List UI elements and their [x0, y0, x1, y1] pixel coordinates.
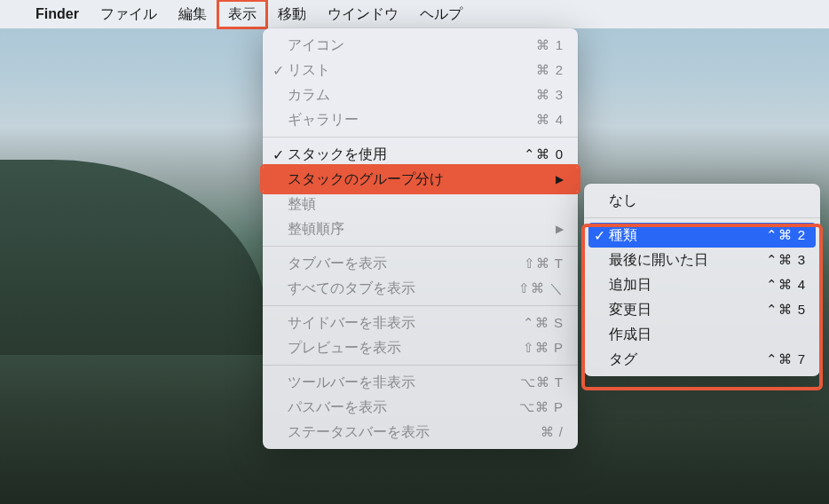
submenu-item-shortcut: ⌃⌘ 7	[766, 351, 806, 367]
submenu-item-label: なし	[607, 192, 806, 210]
menu-item[interactable]: パスバーを表示⌥⌘ P	[263, 395, 578, 420]
menu-item-shortcut: ⌘ 3	[536, 87, 564, 103]
menu-item-shortcut: ⌃⌘ S	[523, 315, 564, 331]
submenu-item[interactable]: タグ⌃⌘ 7	[584, 347, 820, 372]
menu-divider	[263, 137, 578, 138]
submenu-item-label: 作成日	[607, 326, 806, 344]
menu-item-label: アイコン	[286, 36, 536, 55]
menubar-item-edit[interactable]: 編集	[168, 0, 217, 28]
checkmark-icon: ✓	[270, 146, 286, 163]
submenu-item-shortcut: ⌃⌘ 2	[766, 227, 806, 243]
submenu-item-label: 最後に開いた日	[607, 251, 766, 270]
menu-item[interactable]: スタックのグループ分け▶	[263, 167, 578, 192]
menu-item[interactable]: タブバーを表示⇧⌘ T	[263, 251, 578, 276]
submenu-item-shortcut: ⌃⌘ 3	[766, 252, 806, 268]
stack-grouping-submenu: なし✓種類⌃⌘ 2最後に開いた日⌃⌘ 3追加日⌃⌘ 4変更日⌃⌘ 5作成日タグ⌃…	[584, 184, 820, 376]
menu-item-label: スタックのグループ分け	[286, 170, 549, 189]
menubar-item-go[interactable]: 移動	[267, 0, 317, 28]
menu-item[interactable]: すべてのタブを表示⇧⌘ ＼	[263, 276, 578, 301]
menu-divider	[263, 305, 578, 306]
menu-item[interactable]: ✓スタックを使用⌃⌘ 0	[263, 142, 578, 167]
submenu-item[interactable]: ✓種類⌃⌘ 2	[588, 223, 816, 248]
checkmark-icon: ✓	[270, 62, 286, 79]
submenu-item[interactable]: 最後に開いた日⌃⌘ 3	[584, 248, 820, 272]
menu-item-label: 整頓	[286, 195, 564, 214]
submenu-item-label: 変更日	[607, 301, 766, 319]
menu-item[interactable]: サイドバーを非表示⌃⌘ S	[263, 311, 578, 335]
menu-item[interactable]: ✓リスト⌘ 2	[263, 58, 578, 83]
menubar: Finder ファイル 編集 表示 移動 ウインドウ ヘルプ	[0, 0, 829, 28]
menu-item[interactable]: カラム⌘ 3	[263, 83, 578, 107]
submenu-item[interactable]: なし	[584, 188, 820, 213]
menu-item-label: スタックを使用	[286, 146, 524, 164]
submenu-item-label: 追加日	[607, 276, 766, 295]
submenu-item[interactable]: 作成日	[584, 322, 820, 347]
menu-item-label: サイドバーを非表示	[286, 314, 523, 333]
menu-item[interactable]: 整頓順序▶	[263, 217, 578, 241]
menu-item-label: カラム	[286, 86, 536, 105]
menu-item-shortcut: ⌘ 2	[536, 62, 564, 78]
menu-item-shortcut: ⇧⌘ T	[524, 256, 564, 272]
submenu-item[interactable]: 追加日⌃⌘ 4	[584, 272, 820, 297]
menu-item[interactable]: ギャラリー⌘ 4	[263, 107, 578, 132]
menu-item[interactable]: 整頓	[263, 192, 578, 217]
submenu-item-shortcut: ⌃⌘ 4	[766, 277, 806, 293]
menu-item[interactable]: プレビューを表示⇧⌘ P	[263, 335, 578, 360]
menu-divider	[263, 365, 578, 366]
menu-item-label: パスバーを表示	[286, 398, 519, 417]
menu-item-shortcut: ⌥⌘ P	[519, 399, 564, 415]
menu-item-label: ツールバーを非表示	[286, 374, 520, 392]
menu-item-label: プレビューを表示	[286, 339, 523, 358]
view-dropdown-menu: アイコン⌘ 1✓リスト⌘ 2カラム⌘ 3ギャラリー⌘ 4✓スタックを使用⌃⌘ 0…	[263, 28, 578, 449]
menubar-item-help[interactable]: ヘルプ	[409, 0, 473, 28]
menu-item[interactable]: アイコン⌘ 1	[263, 33, 578, 58]
menu-item[interactable]: ステータスバーを表示⌘ /	[263, 420, 578, 445]
checkmark-icon: ✓	[591, 227, 607, 244]
menu-item-shortcut: ⌃⌘ 0	[524, 146, 564, 162]
menu-item-shortcut: ⇧⌘ P	[523, 340, 564, 356]
submenu-item[interactable]: 変更日⌃⌘ 5	[584, 297, 820, 322]
submenu-item-shortcut: ⌃⌘ 5	[766, 302, 806, 318]
menubar-item-window[interactable]: ウインドウ	[317, 0, 409, 28]
menu-item-shortcut: ⌥⌘ T	[520, 374, 564, 390]
landscape-hill	[0, 160, 266, 355]
menu-item-shortcut: ⌘ 1	[536, 37, 564, 53]
menu-divider	[263, 246, 578, 247]
menu-item-label: ステータスバーを表示	[286, 423, 541, 442]
menu-item-label: リスト	[286, 61, 536, 80]
menu-item-label: すべてのタブを表示	[286, 280, 518, 298]
submenu-arrow-icon: ▶	[556, 223, 564, 235]
menu-item[interactable]: ツールバーを非表示⌥⌘ T	[263, 370, 578, 395]
menubar-item-file[interactable]: ファイル	[90, 0, 168, 28]
menubar-app-name[interactable]: Finder	[25, 0, 90, 28]
submenu-arrow-icon: ▶	[556, 173, 564, 185]
submenu-item-label: タグ	[607, 350, 766, 369]
menubar-item-view[interactable]: 表示	[217, 0, 267, 28]
menu-item-shortcut: ⌘ 4	[536, 112, 564, 128]
menu-item-label: ギャラリー	[286, 111, 536, 130]
menu-item-shortcut: ⌘ /	[541, 424, 564, 440]
menu-item-label: タブバーを表示	[286, 255, 524, 273]
menu-item-label: 整頓順序	[286, 220, 549, 239]
menu-item-shortcut: ⇧⌘ ＼	[518, 280, 564, 297]
menu-divider	[584, 217, 820, 218]
submenu-item-label: 種類	[607, 226, 766, 245]
